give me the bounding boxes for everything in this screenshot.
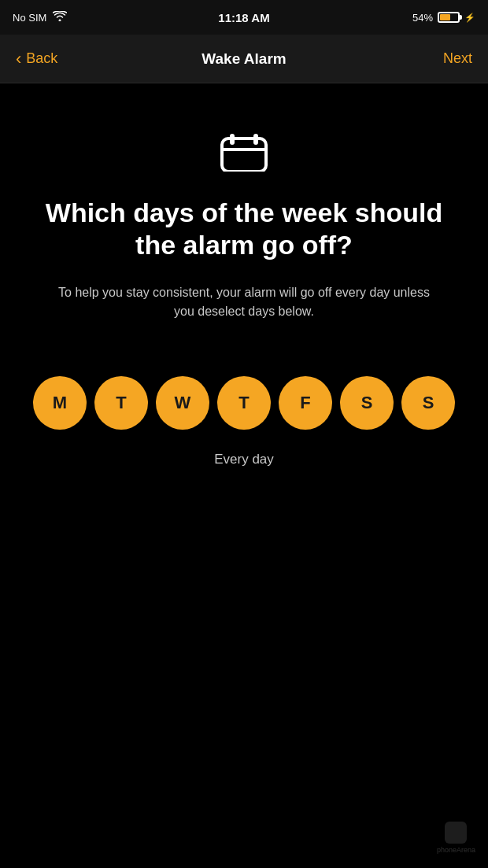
day-wednesday-label: W bbox=[175, 393, 191, 413]
day-friday[interactable]: F bbox=[279, 376, 332, 430]
svg-rect-2 bbox=[253, 134, 258, 145]
status-bar: No SIM 11:18 AM 54% ⚡ bbox=[0, 0, 488, 35]
day-saturday-label: S bbox=[361, 393, 373, 413]
main-subtext: To help you stay consistent, your alarm … bbox=[0, 283, 488, 321]
wifi-icon bbox=[53, 11, 67, 24]
back-button[interactable]: ‹ Back bbox=[16, 49, 57, 69]
day-tuesday-label: T bbox=[116, 393, 126, 413]
day-sunday-label: S bbox=[423, 393, 434, 413]
back-chevron-icon: ‹ bbox=[16, 49, 21, 69]
battery-indicator bbox=[438, 12, 460, 23]
frequency-label: Every day bbox=[214, 452, 274, 467]
day-sunday[interactable]: S bbox=[401, 376, 455, 430]
watermark: phoneArena bbox=[437, 822, 475, 854]
watermark-text: phoneArena bbox=[437, 846, 475, 854]
day-saturday[interactable]: S bbox=[340, 376, 394, 430]
day-tuesday[interactable]: T bbox=[94, 376, 148, 430]
battery-icon bbox=[438, 12, 460, 23]
calendar-icon bbox=[219, 131, 269, 197]
svg-rect-3 bbox=[222, 148, 266, 151]
day-monday[interactable]: M bbox=[33, 376, 87, 430]
day-thursday-label: T bbox=[238, 393, 249, 413]
page-title: Wake Alarm bbox=[201, 50, 286, 68]
next-button[interactable]: Next bbox=[443, 50, 472, 67]
status-left: No SIM bbox=[13, 11, 67, 24]
svg-rect-0 bbox=[222, 139, 266, 172]
nav-bar: ‹ Back Wake Alarm Next bbox=[0, 35, 488, 83]
charging-icon: ⚡ bbox=[464, 13, 475, 23]
day-friday-label: F bbox=[300, 393, 310, 413]
main-content: Which days of the week should the alarm … bbox=[0, 83, 488, 467]
svg-rect-1 bbox=[230, 134, 235, 145]
battery-fill bbox=[440, 14, 450, 20]
watermark-icon bbox=[445, 822, 467, 844]
main-heading: Which days of the week should the alarm … bbox=[0, 197, 488, 261]
status-time: 11:18 AM bbox=[218, 11, 269, 24]
battery-percent-label: 54% bbox=[412, 12, 433, 24]
day-wednesday[interactable]: W bbox=[156, 376, 209, 430]
back-label: Back bbox=[26, 50, 57, 67]
day-selector: M T W T F S S bbox=[0, 376, 488, 430]
day-monday-label: M bbox=[53, 393, 67, 413]
carrier-label: No SIM bbox=[13, 12, 46, 24]
status-right: 54% ⚡ bbox=[412, 12, 475, 24]
day-thursday[interactable]: T bbox=[217, 376, 271, 430]
